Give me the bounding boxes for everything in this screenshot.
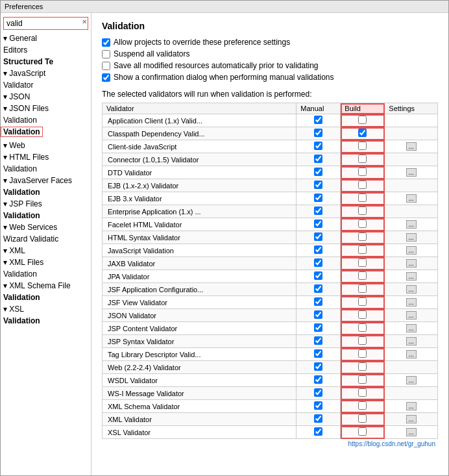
validator-build-checkbox[interactable] bbox=[358, 271, 367, 280]
validator-manual-checkbox[interactable] bbox=[314, 362, 322, 371]
sidebar-item-general[interactable]: ▾ General bbox=[1, 32, 91, 44]
validator-build-checkbox[interactable] bbox=[358, 310, 367, 319]
validator-manual-checkbox[interactable] bbox=[314, 245, 322, 254]
validator-settings-button[interactable]: ... bbox=[406, 415, 417, 423]
validator-manual-checkbox[interactable] bbox=[314, 155, 322, 163]
validator-settings-button[interactable]: ... bbox=[406, 194, 417, 203]
validator-settings-button[interactable]: ... bbox=[406, 168, 417, 177]
validator-settings-button[interactable]: ... bbox=[406, 272, 417, 281]
search-clear-icon[interactable]: ✕ bbox=[82, 18, 87, 25]
sidebar-item-xsl[interactable]: ▾ XSL bbox=[1, 303, 91, 315]
validator-settings-button[interactable]: ... bbox=[406, 428, 417, 436]
validator-build-checkbox[interactable] bbox=[358, 401, 367, 410]
sidebar-item-javascript[interactable]: ▾ JavaScript bbox=[1, 68, 91, 79]
validator-manual-checkbox[interactable] bbox=[314, 181, 322, 189]
validator-settings-button[interactable]: ... bbox=[406, 259, 417, 268]
validator-manual-checkbox[interactable] bbox=[314, 194, 322, 202]
validator-build-checkbox[interactable] bbox=[358, 284, 367, 293]
validator-manual-checkbox[interactable] bbox=[314, 388, 322, 397]
validator-build-checkbox[interactable] bbox=[358, 207, 367, 215]
sidebar-item-structured-text[interactable]: Structured Te bbox=[1, 56, 91, 68]
validator-manual-checkbox[interactable] bbox=[314, 349, 322, 358]
sidebar-item-label: ▾ JSON bbox=[1, 92, 91, 102]
validator-build-checkbox[interactable] bbox=[358, 414, 367, 423]
sidebar-item-xml-schema[interactable]: ▾ XML Schema File bbox=[1, 280, 91, 292]
validator-manual-checkbox[interactable] bbox=[314, 142, 322, 150]
validator-manual-checkbox[interactable] bbox=[314, 310, 322, 319]
validator-build-checkbox[interactable] bbox=[358, 362, 367, 371]
validator-build-checkbox[interactable] bbox=[358, 116, 367, 124]
validator-manual-checkbox[interactable] bbox=[314, 271, 322, 280]
validator-settings-button[interactable]: ... bbox=[406, 402, 417, 410]
search-input[interactable] bbox=[3, 17, 88, 30]
sidebar-item-xml[interactable]: ▾ XML bbox=[1, 245, 91, 257]
sidebar-item-jsp-files[interactable]: ▾ JSP Files bbox=[1, 198, 91, 210]
validator-manual-checkbox[interactable] bbox=[314, 258, 322, 267]
validator-settings-button[interactable]: ... bbox=[406, 220, 417, 229]
validator-build-checkbox[interactable] bbox=[358, 427, 367, 436]
sidebar-item-xml-files[interactable]: ▾ XML Files bbox=[1, 257, 91, 268]
validator-build-checkbox[interactable] bbox=[358, 168, 367, 176]
sidebar-item-js-validator[interactable]: Validator bbox=[1, 79, 91, 91]
validator-build-checkbox[interactable] bbox=[358, 336, 367, 345]
validator-manual-checkbox[interactable] bbox=[314, 219, 322, 228]
option-suspend-checkbox[interactable] bbox=[102, 50, 110, 58]
sidebar-item-xml-schema-validation[interactable]: Validation bbox=[1, 292, 91, 303]
validator-build-checkbox[interactable] bbox=[358, 129, 367, 137]
sidebar-item-json-validation[interactable]: Validation bbox=[1, 114, 91, 126]
validator-build-checkbox[interactable] bbox=[358, 375, 367, 384]
sidebar-item-javaserver-faces[interactable]: ▾ JavaServer Faces bbox=[1, 175, 91, 186]
validator-build-checkbox[interactable] bbox=[358, 232, 367, 241]
validator-settings-button[interactable]: ... bbox=[406, 337, 417, 345]
validator-settings-button[interactable]: ... bbox=[406, 298, 417, 307]
sidebar-item-jsp-validation[interactable]: Validation bbox=[1, 210, 91, 221]
validator-manual-checkbox[interactable] bbox=[314, 401, 322, 410]
validator-manual-checkbox[interactable] bbox=[314, 297, 322, 306]
validator-manual-checkbox[interactable] bbox=[314, 323, 322, 332]
validator-build-checkbox[interactable] bbox=[358, 245, 367, 254]
sidebar-item-html-validation[interactable]: Validation bbox=[1, 163, 91, 175]
sidebar-item-xml-files-validation[interactable]: Validation bbox=[1, 268, 91, 280]
validator-manual-checkbox[interactable] bbox=[314, 336, 322, 345]
validator-build-checkbox[interactable] bbox=[358, 155, 367, 163]
validator-build-checkbox[interactable] bbox=[358, 219, 367, 228]
validator-settings-button[interactable]: ... bbox=[406, 350, 417, 358]
sidebar-item-wizard[interactable]: Wizard Validatic bbox=[1, 233, 91, 245]
option-save-checkbox[interactable] bbox=[102, 62, 110, 70]
validator-settings-button[interactable]: ... bbox=[406, 285, 417, 294]
validator-settings-button[interactable]: ... bbox=[406, 311, 417, 319]
validator-settings-button[interactable]: ... bbox=[406, 324, 417, 332]
validator-manual-checkbox[interactable] bbox=[314, 375, 322, 384]
validator-build-checkbox[interactable] bbox=[358, 297, 367, 306]
sidebar-item-editors[interactable]: Editors bbox=[1, 44, 91, 56]
validator-manual-checkbox[interactable] bbox=[314, 207, 322, 215]
sidebar-item-xsl-validation[interactable]: Validation bbox=[1, 315, 91, 327]
validator-build-checkbox[interactable] bbox=[358, 388, 367, 397]
option-confirm-checkbox[interactable] bbox=[102, 73, 110, 82]
sidebar-item-html-files[interactable]: ▾ HTML Files bbox=[1, 151, 91, 163]
validator-manual-checkbox[interactable] bbox=[314, 232, 322, 241]
validator-build-checkbox[interactable] bbox=[358, 258, 367, 267]
validator-manual-checkbox[interactable] bbox=[314, 427, 322, 436]
sidebar-item-json[interactable]: ▾ JSON bbox=[1, 91, 91, 103]
validator-manual-checkbox[interactable] bbox=[314, 414, 322, 423]
option-override-checkbox[interactable] bbox=[102, 38, 110, 47]
validator-manual-checkbox[interactable] bbox=[314, 129, 322, 137]
validator-manual-checkbox[interactable] bbox=[314, 284, 322, 293]
sidebar-item-jsf-validation[interactable]: Validation bbox=[1, 186, 91, 198]
validator-build-checkbox[interactable] bbox=[358, 181, 367, 189]
sidebar-item-web[interactable]: ▾ Web bbox=[1, 140, 91, 151]
validator-manual-checkbox[interactable] bbox=[314, 116, 322, 124]
sidebar-item-json-files[interactable]: ▾ JSON Files bbox=[1, 103, 91, 114]
validator-settings-button[interactable]: ... bbox=[406, 376, 417, 384]
validator-settings-button[interactable]: ... bbox=[406, 142, 417, 151]
validator-build-checkbox[interactable] bbox=[358, 194, 367, 202]
sidebar-item-validation-selected[interactable]: Validation bbox=[1, 126, 91, 140]
validator-manual-checkbox[interactable] bbox=[314, 168, 322, 176]
validator-build-checkbox[interactable] bbox=[358, 349, 367, 358]
validator-build-checkbox[interactable] bbox=[358, 142, 367, 150]
validator-settings-button[interactable]: ... bbox=[406, 246, 417, 255]
validator-settings-button[interactable]: ... bbox=[406, 233, 417, 242]
validator-build-checkbox[interactable] bbox=[358, 323, 367, 332]
sidebar-item-web-services[interactable]: ▾ Web Services bbox=[1, 221, 91, 233]
